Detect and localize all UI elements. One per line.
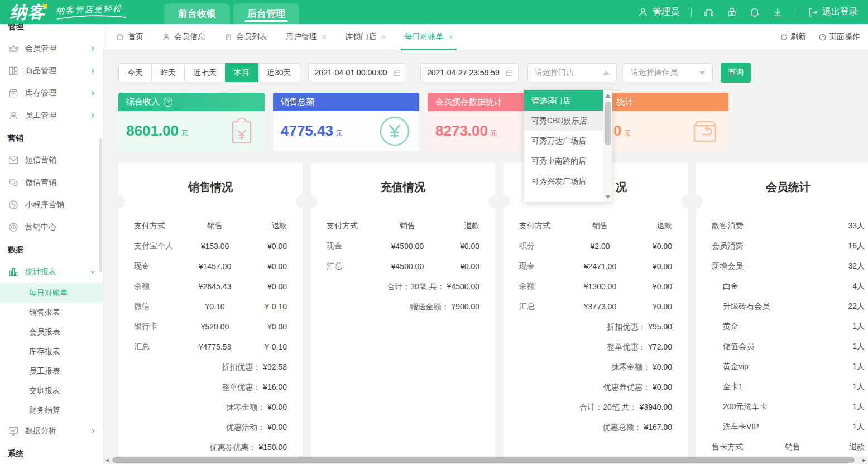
sidebar-subitem-daily-statement[interactable]: 每日对账单 (0, 283, 103, 303)
start-datetime-input[interactable]: 2021-04-01 00:00:00 (308, 63, 406, 82)
main-area: 首页 会员信息 会员列表 用户管理 × 连锁门店 × (103, 24, 868, 464)
dropdown-option[interactable]: 请选择门店 (524, 90, 603, 111)
sidebar-item-inventory-management[interactable]: 库存管理 (0, 82, 103, 104)
tab-label: 会员列表 (236, 32, 267, 42)
sidebar-item-statistics-reports[interactable]: 统计报表 (0, 261, 103, 283)
horizontal-scrollbar-track[interactable] (111, 456, 860, 464)
scroll-right-arrow-icon[interactable]: ► (860, 456, 868, 464)
date-range-separator: - (412, 68, 415, 78)
header-nav: 前台收银 后台管理 (164, 0, 299, 24)
close-icon[interactable]: × (448, 32, 453, 41)
quick-range-yesterday-button[interactable]: 昨天 (151, 63, 185, 82)
table-row: 支付宝个人 ¥153.00 ¥0.00 (118, 236, 303, 256)
sidebar-section-marketing: 营销 (0, 127, 103, 149)
caret-down-icon (699, 71, 706, 75)
sidebar-subitem-inventory-report[interactable]: 库存报表 (0, 342, 103, 361)
app-header: 纳客 纳客管店更轻松 前台收银 后台管理 管理员 (0, 0, 868, 24)
chevron-right-icon (89, 112, 96, 119)
tab-user-management[interactable]: 用户管理 × (286, 24, 327, 50)
quick-range-thismonth-button[interactable]: 本月 (225, 63, 258, 82)
sidebar-item-marketing-center[interactable]: 营销中心 (0, 216, 103, 238)
quick-range-today-button[interactable]: 今天 (118, 63, 152, 82)
card-value-visible: 0 (613, 122, 621, 140)
chevron-right-icon (89, 45, 96, 52)
end-datetime-input[interactable]: 2021-04-27 23:59:59 (420, 63, 519, 82)
horizontal-scrollbar[interactable]: ◄ ► (103, 456, 868, 464)
chevron-right-icon (89, 428, 96, 434)
scroll-down-arrow-icon[interactable] (605, 195, 611, 199)
sidebar-item-miniprogram-marketing[interactable]: 小程序营销 (0, 194, 103, 216)
sidebar-item-wechat-marketing[interactable]: 微信营销 (0, 171, 103, 194)
table-row: 银行卡 ¥520.00 ¥0.00 (118, 317, 303, 337)
summary-line: 折扣优惠： ¥95.00 (503, 317, 688, 337)
operator-select[interactable]: 请选择操作员 (624, 63, 713, 82)
tab-home[interactable]: 首页 (116, 24, 143, 50)
dropdown-scrollbar[interactable] (603, 90, 612, 202)
lock-icon[interactable] (726, 7, 737, 18)
dropdown-option[interactable]: 可秀万达广场店 (524, 131, 603, 151)
refresh-label: 刷新 (790, 32, 806, 42)
sidebar-subitem-sales-report[interactable]: 销售报表 (0, 303, 103, 322)
sidebar-item-goods-management[interactable]: 商品管理 (0, 60, 103, 82)
card-total-income: 综合收入 ? 8601.00 元 (118, 93, 265, 151)
sidebar-scrollbar-thumb[interactable] (99, 138, 102, 272)
nav-tab-backoffice[interactable]: 后台管理 (233, 3, 299, 24)
sidebar-item-sms-marketing[interactable]: 短信营销 (0, 149, 103, 171)
close-icon[interactable]: × (322, 32, 327, 41)
dropdown-scrollbar-thumb[interactable] (605, 102, 611, 145)
dropdown-option[interactable]: 可秀CBD娱乐店 (524, 111, 603, 131)
header-divider (795, 8, 795, 17)
dropdown-option[interactable]: 可秀兴发广场店 (524, 171, 603, 191)
sidebar-item-label: 短信营销 (25, 155, 56, 165)
refresh-button[interactable]: 刷新 (780, 32, 806, 42)
refresh-icon (780, 33, 788, 41)
stat-row: 黄金1人 (696, 317, 868, 337)
mail-icon (8, 155, 19, 166)
bell-icon[interactable] (749, 7, 760, 18)
close-icon[interactable]: × (381, 32, 386, 41)
card-value: 8273.00 (435, 122, 488, 140)
sidebar-subitem-member-report[interactable]: 会员报表 (0, 322, 103, 342)
card-unit: 元 (181, 128, 188, 138)
help-icon[interactable]: ? (164, 98, 172, 107)
quick-range-last7days-button[interactable]: 近七天 (184, 63, 226, 82)
sidebar-item-data-analysis[interactable]: 数据分析 (0, 420, 103, 442)
chevron-down-icon (89, 269, 96, 275)
tab-member-info[interactable]: 会员信息 (162, 24, 205, 50)
dropdown-option[interactable]: 可秀中南路的店 (524, 151, 603, 171)
quick-range-group: 今天 昨天 近七天 本月 近30天 (118, 63, 300, 82)
summary-line: 整单优惠： ¥72.00 (503, 337, 688, 357)
tab-daily-statement[interactable]: 每日对账单 × (404, 24, 453, 50)
horizontal-scrollbar-thumb[interactable] (112, 457, 855, 463)
download-icon[interactable] (772, 7, 783, 18)
scroll-up-arrow-icon[interactable] (605, 94, 611, 98)
current-user[interactable]: 管理员 (637, 6, 679, 18)
sidebar-item-staff-management[interactable]: 员工管理 (0, 104, 103, 127)
sidebar-subitem-shift-report[interactable]: 交班报表 (0, 381, 103, 400)
tab-chain-stores[interactable]: 连锁门店 × (345, 24, 386, 50)
dropdown-option-clipped[interactable] (524, 191, 603, 202)
store-select[interactable]: 请选择门店 (527, 63, 617, 82)
tab-member-list[interactable]: 会员列表 (224, 24, 267, 50)
stat-row: 黄金vip1人 (696, 357, 868, 377)
content-area: 今天 昨天 近七天 本月 近30天 2021-04-01 00:00:00 - … (103, 50, 868, 464)
support-headset-icon[interactable] (703, 7, 714, 18)
sidebar-subitem-finance-settlement[interactable]: 财务结算 (0, 400, 103, 420)
column-header: 支付方式 (311, 221, 373, 231)
sidebar-subitem-staff-report[interactable]: 员工报表 (0, 361, 103, 381)
quick-range-last30days-button[interactable]: 近30天 (258, 63, 300, 82)
summary-line: 抹零金额： ¥0.00 (118, 397, 303, 417)
sidebar-item-member-management[interactable]: 会员管理 (0, 37, 103, 60)
scroll-left-arrow-icon[interactable]: ◄ (103, 456, 111, 464)
store-select-placeholder: 请选择门店 (535, 68, 574, 78)
column-header: 销售 (181, 221, 249, 231)
page-operations-button[interactable]: 页面操作 (818, 32, 860, 42)
panel-consume: 况 支付方式 销售 退款 积分 ¥2.00 ¥0.00 现金 ¥2471.00 (503, 163, 688, 464)
nav-tab-front-cashier[interactable]: 前台收银 (164, 3, 230, 24)
search-button[interactable]: 查询 (721, 63, 751, 83)
logout-button[interactable]: 退出登录 (807, 6, 858, 18)
stat-row: 金卡11人 (696, 377, 868, 397)
tab-label: 会员信息 (174, 32, 205, 42)
current-user-label: 管理员 (653, 6, 679, 18)
card-total-sales: 销售总额 4775.43 元 (273, 93, 419, 151)
